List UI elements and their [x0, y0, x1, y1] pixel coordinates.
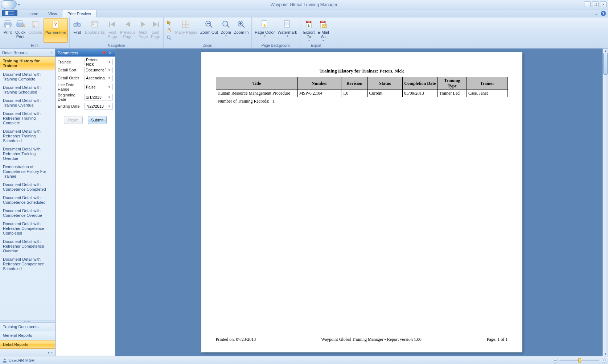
tab-view[interactable]: View	[43, 10, 62, 17]
qat-dropdown-icon[interactable]: ▾	[18, 3, 22, 7]
zoom-thumb[interactable]	[578, 358, 581, 363]
tab-print-preview[interactable]: Print Preview	[62, 10, 96, 17]
main-area: Detail Reports « Training History for Tr…	[0, 49, 608, 356]
collapse-nav-icon[interactable]: «	[50, 50, 53, 54]
end-date-input[interactable]: 7/22/2013▼	[85, 103, 113, 109]
zoom-plus-button[interactable]: +	[601, 358, 606, 363]
nav-item[interactable]: Demonstration of Competence History For …	[0, 163, 55, 181]
chevron-down-icon: ▾	[287, 34, 288, 38]
nav-item[interactable]: Document Detail with Competence Schedule…	[0, 194, 55, 207]
nav-item[interactable]: Training History for Trainee	[0, 57, 55, 70]
nav-splitter[interactable]: ▪▪▪▪▪	[0, 320, 55, 323]
vertical-scrollbar[interactable]: ▲ ▼	[603, 49, 608, 356]
ribbon-group-export: PDF Export To ▾ PDF E-Mail As ▾ Export	[300, 17, 332, 48]
chevron-down-icon: ▼	[107, 86, 111, 89]
print-button[interactable]: Print	[1, 18, 14, 43]
first-page-button: First Page	[106, 18, 119, 43]
zoom-minus-button[interactable]: –	[553, 358, 558, 363]
zoom-button[interactable]: Zoom ▾	[219, 18, 233, 43]
help-button[interactable]: ?	[601, 11, 606, 16]
nav-item[interactable]: Document Detail with Training Overdue	[0, 96, 55, 109]
param-row-date-range: Use Date Range False▼	[58, 83, 113, 91]
param-row-end-date: Ending Date 7/22/2013▼	[58, 103, 113, 109]
trainee-dropdown[interactable]: Peters, Nick▼	[85, 59, 113, 65]
scroll-up-icon[interactable]: ▲	[603, 49, 608, 53]
param-label: Use Date Range	[58, 83, 85, 91]
nav-item[interactable]: Document Detail with Training Scheduled	[0, 83, 55, 96]
svg-rect-14	[77, 22, 78, 24]
svg-rect-2	[5, 21, 10, 23]
close-panel-icon[interactable]: ✕	[108, 50, 113, 55]
svg-line-31	[227, 25, 229, 28]
chevron-down-icon: ▼	[107, 61, 111, 64]
restore-button[interactable]: ❐	[592, 1, 599, 7]
quick-print-button[interactable]: Quick Print	[14, 18, 27, 43]
nav-item[interactable]: Document Detail with Competence Complete…	[0, 181, 55, 194]
scroll-thumb[interactable]	[603, 53, 608, 75]
submit-button[interactable]: Submit	[88, 116, 107, 124]
pin-icon[interactable]: 📌	[101, 50, 106, 55]
table-header-cell: Completion Date	[403, 77, 437, 90]
magnifier-tool-button[interactable]	[165, 34, 173, 41]
table-cell: Human Resource Management Procedure	[216, 90, 297, 97]
report-page: Training History for Trainee: Peters, Ni…	[201, 52, 522, 352]
scroll-down-icon[interactable]: ▼	[603, 352, 608, 356]
pointer-tool-button[interactable]	[165, 19, 173, 26]
user-label: User:HR-MGR	[9, 358, 35, 363]
left-nav: Detail Reports « Training History for Tr…	[0, 49, 55, 356]
nav-item[interactable]: Document Detail with Refresher Competenc…	[0, 255, 55, 273]
svg-line-22	[170, 38, 171, 40]
param-label: Ending Date	[58, 104, 85, 108]
minimize-button[interactable]: –	[584, 1, 591, 7]
svg-text:?: ?	[54, 21, 57, 27]
nav-item[interactable]: Document Detail with Refresher Training …	[0, 109, 55, 127]
export-to-button[interactable]: PDF Export To ▾	[302, 18, 316, 43]
last-page-icon	[151, 20, 160, 29]
nav-item[interactable]: Document Detail with Refresher Competenc…	[0, 237, 55, 255]
nav-section-training-documents[interactable]: Training Documents	[0, 323, 55, 331]
nav-item[interactable]: Document Detail with Refresher Competenc…	[0, 220, 55, 237]
footer-page: Page: 1 of 1	[487, 337, 508, 342]
nav-item[interactable]: Document Detail with Training Complete	[0, 70, 55, 83]
watermark-button[interactable]: Watermark ▾	[276, 18, 298, 43]
svg-rect-25	[182, 25, 185, 28]
many-pages-icon	[181, 20, 191, 29]
order-dropdown[interactable]: Ascending▼	[85, 75, 113, 81]
begin-date-input[interactable]: 1/1/2013▼	[85, 94, 113, 100]
nav-section-general-reports[interactable]: General Reports	[0, 331, 55, 340]
preview-scroll[interactable]: Training History for Trainee: Peters, Ni…	[115, 49, 608, 356]
svg-point-49	[4, 359, 6, 360]
nav-item[interactable]: Document Detail with Refresher Training …	[0, 145, 55, 163]
svg-rect-1	[8, 11, 14, 15]
app-orb-button[interactable]	[1, 0, 17, 9]
param-row-order: Detail Order Ascending▼	[58, 75, 113, 81]
ribbon-group-background: Page Color ▾ Watermark ▾ Page Background	[252, 17, 300, 48]
nav-configure-button[interactable]: ▾ »	[0, 349, 55, 356]
zoom-in-button[interactable]: Zoom In	[233, 18, 250, 43]
close-button[interactable]: ✕	[600, 1, 607, 7]
page-color-button[interactable]: Page Color ▾	[253, 18, 276, 43]
parameters-button[interactable]: ? Parameters	[44, 18, 68, 43]
nav-item[interactable]: Document Detail with Competence Overdue	[0, 207, 55, 220]
group-label-background: Page Background	[253, 43, 298, 48]
group-label-export: Export	[302, 43, 330, 48]
nav-item[interactable]: Document Detail with Refresher Training …	[0, 127, 55, 145]
parameters-panel: Parameters 📌 ✕ Trainee Peters, Nick▼ Det…	[55, 49, 115, 356]
zoom-slider[interactable]	[559, 360, 599, 361]
svg-rect-37	[284, 21, 289, 27]
report-table: TitleNumberRevisionStatusCompletion Date…	[216, 77, 508, 97]
chevron-down-icon: ▼	[107, 96, 111, 99]
tab-home[interactable]: Home	[22, 10, 43, 17]
panel-toggle-button[interactable]	[2, 10, 17, 16]
sort-dropdown[interactable]: Document Title▼	[84, 67, 113, 73]
prev-page-icon	[123, 20, 132, 29]
chevron-down-icon: ▾	[264, 34, 266, 38]
param-row-sort: Detail Sort Document Title▼	[58, 67, 113, 73]
ribbon-minimize-icon[interactable]: ⌄	[593, 11, 599, 16]
email-as-button[interactable]: PDF E-Mail As ▾	[316, 18, 330, 43]
date-range-dropdown[interactable]: False▼	[85, 84, 113, 90]
hand-tool-button[interactable]	[165, 26, 173, 34]
zoom-out-button[interactable]: Zoom Out	[199, 18, 219, 43]
nav-section-detail-reports[interactable]: Detail Reports	[0, 340, 55, 349]
find-button[interactable]: Find	[71, 18, 83, 43]
